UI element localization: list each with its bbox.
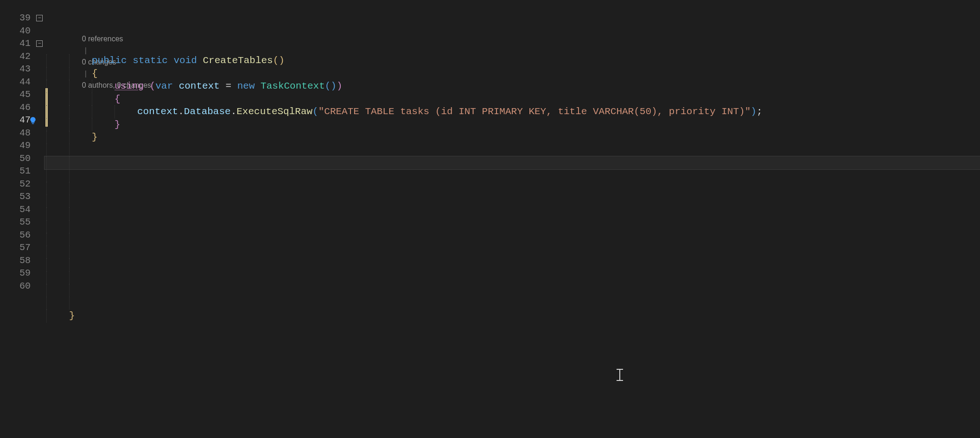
code-token [144,81,150,91]
line-number[interactable]: 44 [0,76,45,89]
code-token: ( [312,106,318,117]
indent-guide [46,93,47,106]
line-number[interactable]: 49 [0,139,45,152]
code-line[interactable]: } [45,131,980,144]
line-number[interactable]: 39− [0,12,45,25]
indent-guide [69,297,70,310]
code-token [127,55,133,66]
code-token: ExecuteSqlRaw [236,106,312,117]
code-line[interactable] [45,169,980,182]
code-token: var [155,81,173,91]
indent-guide [46,105,47,118]
indent-guide [46,169,47,182]
code-line[interactable] [45,297,980,310]
indent-guide [46,118,47,131]
indent-guide [69,54,70,67]
indent-guide [46,258,47,271]
code-line[interactable] [45,156,980,169]
line-number[interactable]: 48 [0,127,45,140]
line-number[interactable]: 43 [0,63,45,76]
line-number[interactable]: 46 [0,101,45,114]
code-token: ; [757,106,763,117]
indent-guide [69,93,70,106]
fold-minus-icon[interactable]: − [36,15,43,21]
line-number[interactable]: 59 [0,267,45,280]
indent-guide [69,220,70,233]
code-token: ( [325,81,331,91]
indent-guide [46,220,47,233]
line-number[interactable]: 54 [0,203,45,216]
code-token: context [179,81,220,91]
indent-guide [46,80,47,93]
code-line[interactable]: } [45,309,980,322]
code-line[interactable]: using (var context = new TaskContext()) [45,80,980,93]
code-line[interactable]: context.Database.ExecuteSqlRaw("CREATE T… [45,105,980,118]
code-line[interactable] [45,284,980,297]
indent-guide [92,105,92,118]
code-token: new [237,81,255,91]
code-line[interactable] [45,246,980,259]
code-token: TaskContext [261,81,325,91]
code-line[interactable] [45,195,980,208]
codelens-bar[interactable]: 0 references | 0 changes | 0 authors, 0 … [45,21,980,33]
indent-guide [46,67,47,80]
indent-guide [69,80,70,93]
code-line[interactable] [45,271,980,284]
indent-guide [92,80,92,93]
indent-guide [69,271,70,284]
line-number[interactable]: 55 [0,216,45,229]
indent-guide [46,309,47,322]
line-number[interactable]: 42 [0,50,45,63]
code-token: } [115,119,121,130]
line-number[interactable]: 51 [0,165,45,178]
line-number[interactable]: 60 [0,280,45,293]
code-line[interactable] [45,182,980,195]
codelens-references[interactable]: 0 references [82,35,123,43]
indent-guide [115,105,115,118]
code-line[interactable] [45,258,980,271]
code-token: using [115,81,144,91]
indent-guide [69,195,70,208]
line-number[interactable]: 47 [0,114,45,127]
indent-guide [46,297,47,310]
indent-guide [46,246,47,259]
code-token: static [133,55,168,66]
indent-guide [46,131,47,144]
indent-guide [46,233,47,246]
fold-minus-icon[interactable]: − [36,40,43,47]
code-line[interactable]: { [45,93,980,106]
code-line[interactable]: public static void CreateTables() [45,54,980,67]
line-number[interactable]: 40 [0,25,45,38]
indent-guide [69,258,70,271]
code-token: . [231,106,237,117]
code-line[interactable] [45,144,980,157]
line-number[interactable]: 52 [0,178,45,191]
line-number[interactable]: 53 [0,190,45,203]
codelens-separator: | [85,46,87,54]
code-line[interactable] [45,207,980,220]
code-token: ) [279,55,285,66]
code-area[interactable]: 0 references | 0 changes | 0 authors, 0 … [45,0,980,438]
line-number[interactable]: 41− [0,37,45,50]
code-token: public [92,55,127,66]
indent-guide [69,67,70,80]
code-line[interactable]: { [45,67,980,80]
code-line[interactable] [45,233,980,246]
line-number[interactable]: 58 [0,254,45,267]
lightbulb-icon[interactable] [29,116,37,124]
code-line[interactable] [45,220,980,233]
code-token: } [92,132,98,142]
code-token: context [137,106,178,117]
indent-guide [69,182,70,195]
code-line[interactable] [45,322,980,335]
code-editor[interactable]: 39−4041−42434445464748495051525354555657… [0,0,980,438]
line-number[interactable]: 56 [0,229,45,242]
code-line[interactable]: } [45,118,980,131]
indent-guide [69,144,70,157]
code-token: ) [751,106,757,117]
code-token: ) [337,81,343,91]
indent-guide [69,233,70,246]
line-number[interactable]: 57 [0,241,45,254]
line-number[interactable]: 50 [0,152,45,165]
line-number[interactable]: 45 [0,88,45,101]
